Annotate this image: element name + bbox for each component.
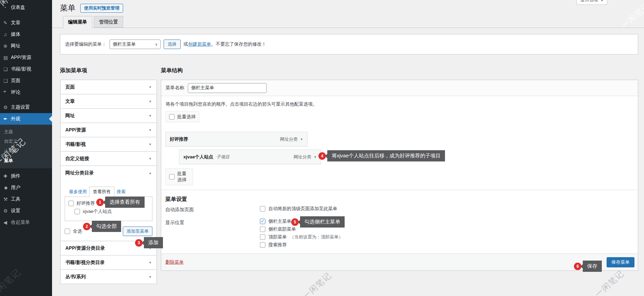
save-menu-button[interactable]: 保存菜单 [607, 257, 634, 267]
select-all-row: 全选 [65, 228, 82, 234]
sidebar-label: 设置 [11, 208, 20, 214]
sidebar-item-appearance[interactable]: ✒ 外观 [0, 113, 52, 125]
display-location-label: 显示位置 [165, 220, 184, 226]
accordion-link-categories[interactable]: 网址分类目录 ▲ [60, 166, 157, 180]
plugin-icon: ✚ [3, 173, 11, 179]
posts-icon: ✎ [3, 20, 11, 26]
tab-search[interactable]: 搜索 [114, 187, 128, 197]
checkbox-bulk-select-top[interactable] [169, 114, 175, 120]
tab-view-all[interactable]: 查看所有 [89, 187, 114, 197]
checkbox-term-xjvae[interactable] [75, 209, 80, 214]
sidebar-item-settings[interactable]: ⚙ 设置 [0, 205, 52, 217]
menu-item-controls[interactable]: 网址分类 ▼ [294, 154, 317, 160]
accordion-posts[interactable]: 文章 ▼ [60, 94, 157, 109]
menu-settings-title: 菜单设置 [165, 196, 187, 203]
annotation-6: 6 保存 [574, 261, 602, 272]
chevron-up-icon: ▲ [600, 0, 604, 2]
delete-menu-link[interactable]: 删除菜单 [165, 259, 184, 265]
select-all-label: 全选 [73, 228, 82, 234]
sidebar-item-links[interactable]: ⊕ 网址 [0, 40, 52, 52]
watermark: 一闲笔记 [300, 270, 334, 296]
sidebar-label: 文章 [11, 20, 20, 26]
tab-most-used[interactable]: 最多使用 [67, 187, 89, 197]
bulk-select-bottom: 批量选择 [165, 168, 193, 185]
sidebar-item-app-resources[interactable]: ▤ APP/资源 [0, 52, 52, 63]
accordion-series[interactable]: 丛书/系列 ▼ [60, 269, 157, 284]
checkbox-bulk-select-bottom[interactable] [169, 174, 175, 180]
user-icon: ☻ [3, 185, 11, 190]
add-to-menu-button[interactable]: 添加至菜单 [123, 227, 152, 236]
accordion-pages[interactable]: 页面 ▼ [60, 80, 157, 94]
sidebar-item-posts[interactable]: ✎ 文章 [0, 17, 52, 29]
checkbox-auto-add-pages[interactable] [260, 206, 265, 212]
sidebar-label: 收起菜单 [11, 219, 30, 225]
dashboard-icon: ◔ [3, 5, 11, 10]
link-categories-panel: 最多使用 查看所有 搜索 好评推荐 xjvae个人站点 全选 添加至菜单 [60, 180, 157, 241]
checkbox-select-all[interactable] [65, 229, 70, 234]
sidebar-item-pages[interactable]: ❑ 页面 [0, 75, 52, 87]
annotation-tooltip-5: 勾选侧栏主菜单 [300, 216, 345, 228]
menu-item-name: xjvae个人站点 [183, 154, 213, 159]
sidebar-item-theme-settings[interactable]: ⚙ 主题设置 [0, 102, 52, 113]
create-new-menu-link[interactable]: 创建新菜单 [188, 42, 211, 47]
accordion-links[interactable]: 网址 ▼ [60, 108, 157, 123]
select-menu-button[interactable]: 选择 [164, 40, 181, 49]
checkbox-search-recommend[interactable] [260, 242, 265, 248]
menu-select-bar: 选择要编辑的菜单： 侧栏主菜单 ∨ 选择 或创建新菜单。不要忘了保存您的修改！ [60, 34, 638, 54]
menu-name-input[interactable] [188, 83, 267, 93]
annotation-3: 3 添加 [135, 237, 163, 248]
checkbox-sidebar-main-menu[interactable]: ✓ [260, 219, 265, 224]
sidebar-item-books-movies[interactable]: ❏ 书籍/影视 [0, 63, 52, 75]
sidebar-item-comments[interactable]: ❝ 评论 [0, 87, 52, 98]
checkbox-sidebar-bottom-menu[interactable] [260, 227, 265, 232]
sidebar-item-dashboard[interactable]: ◔ 仪表盘 [0, 2, 52, 13]
chevron-down-icon: ▼ [149, 157, 152, 160]
tab-manage-locations[interactable]: 管理位置 [94, 16, 123, 28]
screen-options-label: 显示选项 [580, 0, 598, 3]
admin-sidebar: ◔ 仪表盘 ✎ 文章 ♫ 媒体 ⊕ 网址 ▤ APP/资源 ❏ 书籍/影视 ❑ … [0, 0, 52, 296]
active-item-arrow [49, 116, 52, 122]
submenu-item-menus[interactable]: 菜单 [0, 156, 52, 166]
checkbox-term-haopingtuijian[interactable] [68, 201, 74, 206]
screen-options-button[interactable]: 显示选项 ▲ [577, 0, 607, 5]
sidebar-item-tools[interactable]: ⚒ 工具 [0, 193, 52, 205]
submenu-item-widgets[interactable]: 小工具 [0, 146, 52, 156]
auto-add-row: 自动将新的顶级页面添加至此菜单 [260, 206, 337, 212]
archive-icon: ▤ [3, 55, 11, 60]
annotation-badge-4: 4 [318, 152, 326, 160]
pages-icon: ❑ [3, 78, 11, 83]
submenu-item-customize[interactable]: 自定义 [0, 137, 52, 146]
chevron-up-icon: ▲ [149, 171, 152, 175]
submenu-item-themes[interactable]: 主题 [0, 127, 52, 137]
chevron-down-icon: ▼ [149, 143, 152, 146]
tab-edit-menus[interactable]: 编辑菜单 [63, 16, 92, 28]
accordion-app-resources[interactable]: APP/资源 ▼ [60, 123, 157, 137]
accordion-custom-links[interactable]: 自定义链接 ▼ [60, 151, 157, 166]
appearance-submenu: 主题 自定义 小工具 菜单 [0, 125, 52, 168]
chevron-down-icon: ▼ [149, 275, 152, 279]
live-preview-button[interactable]: 使用实时预览管理 [80, 4, 123, 13]
annotation-tooltip-1: 选择查看所有 [105, 197, 145, 208]
accordion-books-movies[interactable]: 书籍/影视 ▼ [60, 137, 157, 152]
media-icon: ♫ [3, 32, 11, 37]
menu-item-xjvae-child[interactable]: xjvae个人站点子项目 网址分类 ▼ [179, 150, 321, 164]
location-label: 搜索推荐 [268, 242, 287, 248]
annotation-tooltip-4: 将xjvae个人站点往后移，成为好评推荐的子项目 [327, 150, 445, 161]
annotation-badge-3: 3 [135, 239, 143, 247]
menu-item-controls[interactable]: 网址分类 ▼ [280, 136, 303, 142]
menu-item-haopingtuijian[interactable]: 好评推荐 网址分类 ▼ [165, 132, 308, 146]
brush-icon: ✒ [3, 116, 11, 122]
sidebar-item-users[interactable]: ☻ 用户 [0, 182, 52, 193]
term-label: xjvae个人站点 [83, 208, 112, 215]
sidebar-item-plugins[interactable]: ✚ 插件 [0, 170, 52, 182]
watermark: 一闲笔记 [619, 0, 644, 31]
accordion-book-categories[interactable]: 书籍/影视分类目录 ▼ [60, 255, 157, 270]
sidebar-item-media[interactable]: ♫ 媒体 [0, 29, 52, 40]
sidebar-item-collapse-menu[interactable]: ◀ 收起菜单 [0, 217, 52, 228]
checkbox-top-menu[interactable] [260, 234, 265, 240]
menu-select-dropdown[interactable]: 侧栏主菜单 ∨ [110, 40, 161, 49]
sidebar-label: 主题设置 [11, 104, 30, 110]
location-row-search-recommend: 搜索推荐 [260, 242, 343, 248]
auto-add-option-label: 自动将新的顶级页面添加至此菜单 [268, 206, 337, 212]
bulk-select-label: 批量选择 [177, 171, 189, 183]
